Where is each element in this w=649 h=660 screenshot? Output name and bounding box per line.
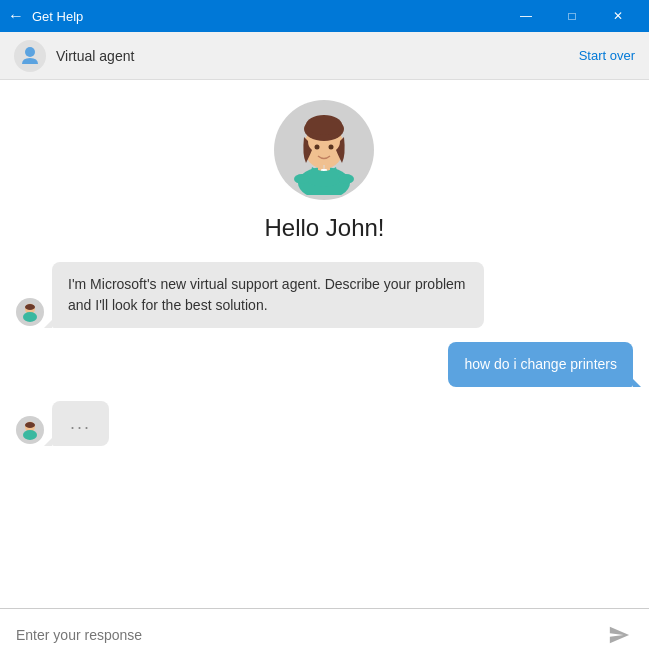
- svg-point-11: [338, 174, 354, 184]
- input-area: [0, 608, 649, 660]
- close-icon: ✕: [613, 9, 623, 23]
- maximize-button[interactable]: □: [549, 0, 595, 32]
- messages-container: I'm Microsoft's new virtual support agen…: [16, 262, 633, 446]
- send-button[interactable]: [601, 617, 637, 653]
- agent-tiny-icon-2: [21, 420, 39, 440]
- agent-name-label: Virtual agent: [56, 48, 579, 64]
- start-over-button[interactable]: Start over: [579, 48, 635, 63]
- agent-message-bubble-1: I'm Microsoft's new virtual support agen…: [52, 262, 484, 328]
- message-row-user-1: how do i change printers: [16, 342, 633, 387]
- agent-avatar-tiny-1: [16, 298, 44, 326]
- agent-avatar-tiny-2: [16, 416, 44, 444]
- greeting-text: Hello John!: [264, 214, 384, 242]
- avatar-section: Hello John!: [264, 100, 384, 242]
- user-message-bubble-1: how do i change printers: [448, 342, 633, 387]
- agent-avatar-icon: [18, 44, 42, 68]
- app-title: Get Help: [32, 9, 503, 24]
- svg-point-7: [329, 145, 334, 150]
- agent-tiny-icon: [21, 302, 39, 322]
- message-row-agent-1: I'm Microsoft's new virtual support agen…: [16, 262, 633, 328]
- typing-dots: ...: [70, 413, 91, 433]
- maximize-icon: □: [568, 9, 575, 23]
- minimize-icon: —: [520, 9, 532, 23]
- svg-point-17: [23, 430, 37, 440]
- svg-point-13: [25, 304, 35, 310]
- message-row-typing: ...: [16, 401, 633, 446]
- agent-avatar-svg: [284, 105, 364, 195]
- svg-point-10: [294, 174, 310, 184]
- user-message-text-1: how do i change printers: [464, 356, 617, 372]
- avatar-small: [14, 40, 46, 72]
- agent-message-text-1: I'm Microsoft's new virtual support agen…: [68, 276, 466, 313]
- svg-point-14: [23, 312, 37, 322]
- svg-point-5: [306, 115, 342, 135]
- title-bar: ← Get Help — □ ✕: [0, 0, 649, 32]
- minimize-button[interactable]: —: [503, 0, 549, 32]
- svg-point-0: [25, 47, 35, 57]
- typing-indicator: ...: [52, 401, 109, 446]
- response-input[interactable]: [16, 627, 601, 643]
- send-icon: [608, 624, 630, 646]
- agent-header: Virtual agent Start over: [0, 32, 649, 80]
- agent-avatar: [274, 100, 374, 200]
- chat-area: Hello John! I'm Microsoft's new virtual …: [0, 80, 649, 608]
- svg-point-6: [315, 145, 320, 150]
- window-controls: — □ ✕: [503, 0, 641, 32]
- svg-point-16: [25, 422, 35, 428]
- back-button[interactable]: ←: [8, 7, 24, 25]
- close-button[interactable]: ✕: [595, 0, 641, 32]
